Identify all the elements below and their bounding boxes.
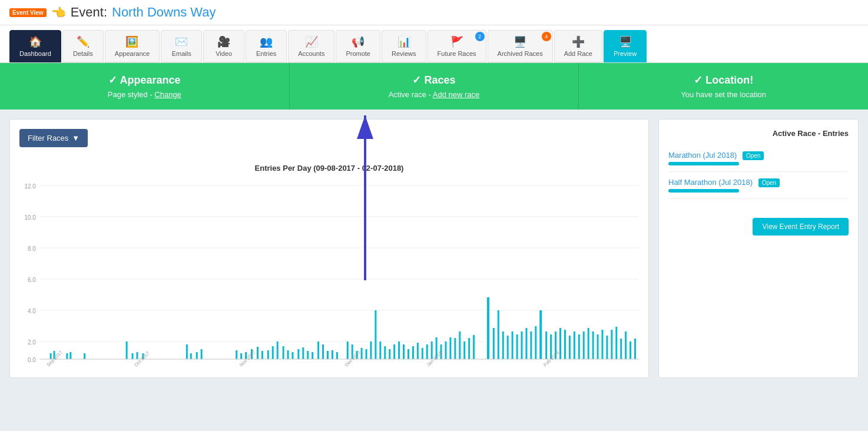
chart-icon: 📈: [305, 35, 318, 48]
tab-promote-label: Promote: [346, 50, 370, 57]
tab-promote[interactable]: 📢 Promote: [336, 30, 380, 62]
tab-dashboard[interactable]: 🏠 Dashboard: [9, 30, 61, 62]
svg-rect-76: [487, 297, 489, 359]
svg-rect-79: [502, 331, 504, 359]
svg-rect-55: [379, 342, 381, 359]
status-card-races: ✓ Races Active race - Add new race: [290, 63, 579, 110]
svg-text:4.0: 4.0: [28, 308, 36, 314]
svg-rect-88: [545, 331, 547, 359]
status-card-appearance: ✓ Appearance Page styled - Change: [0, 63, 290, 110]
svg-rect-21: [136, 352, 138, 359]
race-item-half-marathon: Half Marathon (Jul 2018) Open: [668, 172, 849, 199]
svg-rect-99: [597, 334, 599, 359]
main-content: Filter Races ▼ Entries Per Day (09-08-20…: [0, 110, 868, 387]
half-marathon-open-badge: Open: [758, 178, 780, 187]
svg-rect-70: [449, 337, 451, 359]
video-icon: 🎥: [217, 35, 230, 48]
svg-rect-42: [312, 352, 313, 359]
svg-rect-86: [535, 326, 536, 359]
svg-rect-25: [196, 352, 198, 359]
svg-rect-92: [564, 330, 566, 359]
status-card-location: ✓ Location! You have set the location: [579, 63, 868, 110]
tab-archived-races-label: Archived Races: [498, 50, 543, 57]
svg-rect-33: [267, 350, 269, 359]
edit-icon: ✏️: [77, 35, 90, 48]
top-bar: Event View 👈 Event: North Downs Way: [0, 0, 868, 25]
view-event-entry-report-button[interactable]: View Event Entry Report: [753, 218, 849, 236]
tab-add-race[interactable]: ➕ Add Race: [554, 30, 602, 62]
svg-rect-83: [521, 331, 523, 359]
race-item-marathon: Marathon (Jul 2018) Open: [668, 145, 849, 172]
right-panel: Active Race - Entries Marathon (Jul 2018…: [658, 119, 859, 378]
tab-video-label: Video: [216, 50, 232, 57]
svg-rect-31: [257, 347, 259, 359]
svg-text:8.0: 8.0: [28, 246, 36, 252]
svg-rect-95: [578, 334, 580, 359]
svg-rect-39: [297, 349, 299, 359]
event-view-badge: Event View: [9, 8, 47, 17]
flag-icon: 🚩: [450, 35, 463, 48]
svg-rect-44: [322, 344, 324, 359]
svg-rect-101: [606, 336, 608, 359]
tab-future-races-label: Future Races: [438, 50, 476, 57]
svg-rect-102: [611, 330, 612, 359]
svg-rect-65: [426, 344, 428, 359]
megaphone-icon: 📢: [352, 35, 365, 48]
tab-archived-races[interactable]: 4 🖥️ Archived Races: [488, 30, 553, 62]
svg-rect-46: [332, 350, 333, 359]
svg-rect-100: [601, 330, 603, 359]
svg-rect-32: [261, 351, 263, 359]
svg-rect-96: [583, 331, 585, 359]
archived-races-badge: 4: [542, 32, 551, 41]
svg-rect-35: [277, 342, 279, 359]
active-race-entries-title: Active Race - Entries: [668, 129, 849, 138]
svg-rect-27: [236, 350, 237, 359]
nav-tabs: 🏠 Dashboard ✏️ Details 🖼️ Appearance ✉️ …: [0, 25, 868, 63]
change-link[interactable]: Change: [154, 90, 181, 99]
email-icon: ✉️: [175, 35, 188, 48]
tab-video[interactable]: 🎥 Video: [203, 30, 244, 62]
svg-rect-61: [408, 349, 409, 359]
svg-text:6.0: 6.0: [28, 277, 36, 283]
tab-emails[interactable]: ✉️ Emails: [161, 30, 202, 62]
image-icon: 🖼️: [125, 35, 138, 48]
svg-rect-94: [574, 331, 575, 359]
svg-rect-104: [620, 339, 622, 359]
svg-rect-47: [336, 352, 338, 359]
marathon-open-badge: Open: [743, 151, 764, 160]
svg-rect-57: [389, 349, 390, 359]
reviews-icon: 📊: [397, 35, 410, 48]
tab-entries[interactable]: 👥 Entries: [246, 30, 287, 62]
svg-rect-26: [201, 349, 203, 359]
tab-accounts[interactable]: 📈 Accounts: [288, 30, 334, 62]
svg-rect-24: [190, 353, 192, 359]
svg-rect-91: [559, 328, 561, 359]
svg-rect-41: [307, 351, 309, 359]
event-title: 👈 Event: North Downs Way: [51, 5, 216, 20]
svg-rect-82: [516, 334, 518, 359]
svg-rect-74: [468, 338, 470, 359]
svg-rect-52: [366, 349, 367, 359]
location-card-sub: You have set the location: [593, 90, 854, 99]
tab-future-races[interactable]: 2 🚩 Future Races: [428, 30, 486, 62]
archive-icon: 🖥️: [513, 35, 526, 48]
svg-text:12.0: 12.0: [24, 183, 36, 190]
filter-races-button[interactable]: Filter Races ▼: [19, 129, 88, 147]
tab-add-race-label: Add Race: [564, 50, 592, 57]
svg-rect-75: [473, 335, 475, 359]
appearance-card-title: ✓ Appearance: [14, 74, 275, 87]
tab-preview[interactable]: 🖥️ Preview: [604, 30, 647, 62]
tab-reviews[interactable]: 📊 Reviews: [382, 30, 426, 62]
marathon-bar: [668, 162, 739, 165]
svg-rect-77: [493, 328, 495, 359]
svg-rect-58: [393, 344, 395, 359]
add-new-race-link[interactable]: Add new race: [433, 90, 480, 99]
svg-rect-105: [625, 331, 627, 359]
tab-appearance[interactable]: 🖼️ Appearance: [105, 30, 160, 62]
future-races-badge: 2: [475, 32, 485, 41]
svg-rect-16: [66, 353, 68, 359]
people-icon: 👥: [260, 35, 273, 48]
event-label: Event:: [71, 5, 107, 20]
svg-rect-40: [302, 347, 304, 359]
tab-details[interactable]: ✏️ Details: [62, 30, 104, 62]
